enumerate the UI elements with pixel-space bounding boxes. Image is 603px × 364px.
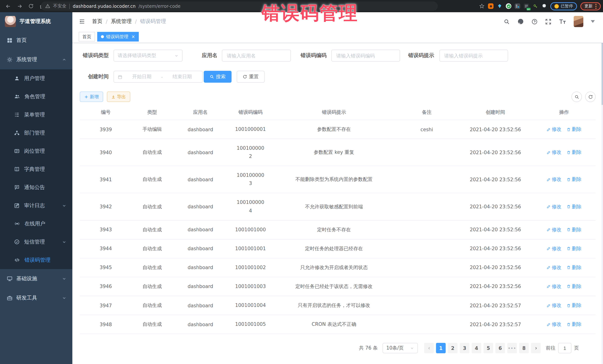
delete-link[interactable]: 删除 — [567, 149, 581, 156]
error-message-input[interactable] — [439, 50, 508, 62]
page-size-select[interactable]: 10条/页 — [383, 343, 418, 353]
extension-icon[interactable] — [506, 3, 511, 9]
col-app: 应用名 — [173, 105, 228, 120]
prev-page-button[interactable] — [424, 343, 434, 353]
sidebar-item-label: 部门管理 — [24, 130, 45, 136]
back-icon[interactable] — [5, 3, 11, 9]
extension-icon[interactable] — [497, 3, 502, 9]
refresh-icon — [243, 75, 247, 79]
edit-link[interactable]: 修改 — [547, 126, 561, 133]
extensions-puzzle-icon[interactable] — [541, 3, 547, 9]
extension-icon[interactable] — [533, 3, 538, 9]
sidebar-item-posts[interactable]: 岗位管理 — [0, 142, 72, 160]
edit-icon — [547, 127, 551, 132]
cell-app: dashboard — [173, 220, 228, 239]
page-button[interactable]: 2 — [448, 343, 458, 353]
sidebar-item-online-users[interactable]: 在线用户 — [0, 215, 72, 233]
show-search-button[interactable] — [571, 92, 582, 102]
extension-icon[interactable] — [488, 3, 494, 9]
sidebar-item-audit-log[interactable]: 审计日志 — [0, 197, 72, 215]
app-logo[interactable]: 芋道管理系统 — [0, 12, 72, 31]
tag-error-code[interactable]: 错误码管理 × — [97, 32, 139, 42]
cell-remark — [395, 220, 458, 239]
sidebar-item-announcements[interactable]: 通知公告 — [0, 178, 72, 197]
page-button[interactable]: 1 — [436, 343, 446, 353]
delete-link[interactable]: 删除 — [567, 245, 581, 252]
page-button[interactable]: 4 — [472, 343, 481, 353]
bookmark-star-icon[interactable] — [479, 3, 485, 9]
sidebar-item-menus[interactable]: 菜单管理 — [0, 106, 72, 124]
cell-time: 2021-04-20 23:52:56 — [458, 220, 533, 239]
edit-link[interactable]: 修改 — [547, 283, 561, 290]
edit-link[interactable]: 修改 — [547, 226, 561, 233]
sidebar-item-dictionary[interactable]: 字典管理 — [0, 160, 72, 178]
page-button[interactable]: 6 — [495, 343, 505, 353]
delete-link[interactable]: 删除 — [567, 302, 581, 309]
error-code-input[interactable] — [331, 50, 400, 62]
refresh-icon — [588, 94, 593, 99]
page-button[interactable]: 8 — [519, 343, 529, 353]
update-button[interactable]: 更新 — [580, 2, 601, 10]
delete-link[interactable]: 删除 — [567, 176, 581, 183]
sidebar-item-roles[interactable]: 角色管理 — [0, 88, 72, 106]
dictionary-icon — [14, 166, 20, 172]
help-icon[interactable] — [531, 18, 538, 25]
edit-link[interactable]: 修改 — [547, 245, 561, 252]
button-label: 导出 — [117, 94, 126, 100]
sidebar-item-departments[interactable]: 部门管理 — [0, 124, 72, 142]
fullscreen-icon[interactable] — [545, 18, 551, 25]
close-icon[interactable]: × — [131, 34, 135, 39]
delete-link[interactable]: 删除 — [567, 321, 581, 328]
search-button[interactable]: 搜索 — [204, 71, 232, 83]
delete-link[interactable]: 删除 — [567, 226, 581, 233]
breadcrumb-system[interactable]: 系统管理 — [111, 18, 132, 25]
edit-link[interactable]: 修改 — [547, 264, 561, 271]
collapse-sidebar-icon[interactable] — [79, 19, 85, 24]
edit-icon — [547, 322, 551, 326]
page-button[interactable]: 3 — [460, 343, 469, 353]
reset-button[interactable]: 重置 — [237, 71, 265, 83]
extension-icon[interactable] — [515, 3, 520, 9]
breadcrumb-home[interactable]: 首页 — [92, 18, 103, 25]
search-icon[interactable] — [504, 18, 510, 25]
edit-link[interactable]: 修改 — [547, 203, 561, 210]
add-button[interactable]: 新增 — [80, 92, 103, 102]
edit-link[interactable]: 修改 — [547, 149, 561, 156]
user-avatar[interactable] — [574, 16, 583, 27]
sidebar-item-users[interactable]: 用户管理 — [0, 69, 72, 88]
delete-link[interactable]: 删除 — [567, 264, 581, 271]
more-pages-icon[interactable]: ••• — [507, 343, 517, 353]
date-range-picker[interactable]: 开始日期 - 结束日期 — [114, 71, 203, 83]
cell-type: 手动编辑 — [132, 120, 173, 139]
edit-link[interactable]: 修改 — [547, 321, 561, 328]
extension-icon[interactable]: on — [524, 3, 529, 9]
refresh-table-button[interactable] — [585, 92, 596, 102]
sidebar-item-sms[interactable]: 短信管理 — [0, 233, 72, 251]
sidebar-item-home[interactable]: 首页 — [0, 31, 72, 50]
cell-actions: 修改删除 — [533, 193, 596, 220]
reload-icon[interactable] — [28, 3, 34, 9]
error-type-select[interactable]: 请选择错误码类型 — [114, 50, 183, 62]
delete-link[interactable]: 删除 — [567, 283, 581, 290]
app-name-input[interactable] — [222, 50, 291, 62]
sidebar-item-label: 首页 — [16, 37, 27, 44]
export-button[interactable]: 导出 — [107, 92, 130, 102]
forward-icon[interactable] — [17, 3, 23, 9]
sidebar-item-system[interactable]: 系统管理 — [0, 50, 72, 69]
caret-down-icon[interactable] — [591, 20, 595, 23]
next-page-button[interactable] — [531, 343, 541, 353]
goto-page-input[interactable] — [558, 343, 571, 353]
sidebar-item-error-code[interactable]: 错误码管理 — [0, 251, 72, 269]
github-icon[interactable] — [517, 18, 524, 25]
delete-link[interactable]: 删除 — [567, 126, 581, 133]
tag-home[interactable]: 首页 — [79, 32, 95, 42]
page-button[interactable]: 5 — [484, 343, 493, 353]
cell-message: 定时任务的处理器已经存在 — [273, 239, 395, 258]
edit-link[interactable]: 修改 — [547, 302, 561, 309]
sidebar-item-dev-tools[interactable]: 研发工具 — [0, 288, 72, 308]
delete-link[interactable]: 删除 — [567, 203, 581, 210]
sidebar-item-infrastructure[interactable]: 基础设施 — [0, 269, 72, 288]
font-size-icon[interactable] — [559, 19, 566, 24]
profile-paused-badge[interactable]: 已暂停 — [550, 2, 577, 10]
edit-link[interactable]: 修改 — [547, 176, 561, 183]
